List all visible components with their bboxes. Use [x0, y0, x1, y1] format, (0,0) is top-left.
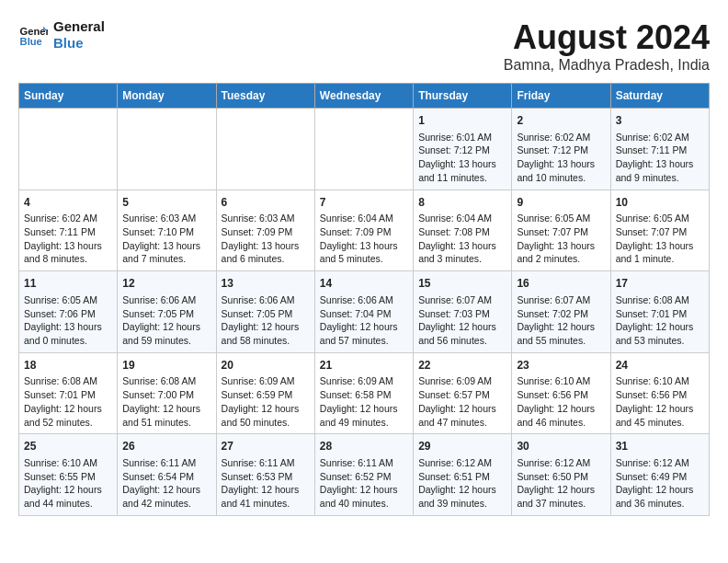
cell-content-line: and 9 minutes.	[616, 171, 704, 185]
cell-content-line: Sunrise: 6:04 AM	[320, 212, 408, 225]
calendar-cell: 13Sunrise: 6:06 AMSunset: 7:05 PMDayligh…	[216, 271, 314, 353]
cell-content-line: Sunset: 7:12 PM	[517, 144, 605, 157]
cell-content-line: and 55 minutes.	[517, 334, 605, 348]
cell-content-line: Sunrise: 6:10 AM	[616, 374, 704, 388]
cell-content-line: Daylight: 13 hours	[122, 239, 210, 253]
svg-text:Blue: Blue	[20, 36, 42, 47]
day-number: 30	[517, 439, 605, 454]
day-number: 24	[616, 358, 704, 373]
calendar-day-header: Sunday	[19, 84, 118, 109]
cell-content-line: and 45 minutes.	[616, 416, 704, 430]
cell-content-line: Sunrise: 6:02 AM	[517, 131, 605, 144]
calendar-week-row: 18Sunrise: 6:08 AMSunset: 7:01 PMDayligh…	[19, 352, 710, 434]
cell-content-line: and 47 minutes.	[418, 416, 506, 430]
calendar-cell: 26Sunrise: 6:11 AMSunset: 6:54 PMDayligh…	[118, 434, 216, 516]
day-number: 16	[517, 276, 605, 292]
cell-content-line: Daylight: 12 hours	[517, 320, 605, 334]
cell-content-line: and 7 minutes.	[122, 252, 210, 266]
cell-content-line: Sunset: 6:57 PM	[418, 388, 506, 402]
calendar-cell: 10Sunrise: 6:05 AMSunset: 7:07 PMDayligh…	[610, 190, 709, 271]
cell-content-line: Sunset: 7:11 PM	[616, 144, 704, 157]
calendar-cell: 1Sunrise: 6:01 AMSunset: 7:12 PMDaylight…	[414, 109, 512, 190]
calendar-day-header: Saturday	[610, 84, 709, 109]
day-number: 1	[418, 113, 506, 129]
calendar-cell: 12Sunrise: 6:06 AMSunset: 7:05 PMDayligh…	[118, 271, 216, 353]
cell-content-line: and 58 minutes.	[222, 334, 310, 348]
cell-content-line: Daylight: 12 hours	[616, 483, 704, 497]
cell-content-line: Sunrise: 6:09 AM	[222, 374, 310, 388]
cell-content-line: Sunrise: 6:05 AM	[616, 212, 704, 225]
cell-content-line: Sunset: 7:01 PM	[616, 307, 704, 321]
cell-content-line: Sunset: 7:09 PM	[222, 225, 310, 239]
cell-content-line: Sunset: 7:11 PM	[24, 225, 112, 239]
calendar-cell: 20Sunrise: 6:09 AMSunset: 6:59 PMDayligh…	[216, 352, 314, 434]
day-number: 28	[320, 439, 408, 454]
calendar-cell: 29Sunrise: 6:12 AMSunset: 6:51 PMDayligh…	[414, 434, 512, 516]
cell-content-line: Daylight: 12 hours	[122, 483, 210, 497]
calendar-day-header: Friday	[512, 84, 610, 109]
calendar-cell: 25Sunrise: 6:10 AMSunset: 6:55 PMDayligh…	[19, 434, 118, 516]
cell-content-line: Sunrise: 6:11 AM	[222, 456, 310, 470]
cell-content-line: Sunrise: 6:08 AM	[24, 374, 112, 388]
calendar-week-row: 25Sunrise: 6:10 AMSunset: 6:55 PMDayligh…	[19, 434, 710, 516]
cell-content-line: Daylight: 13 hours	[616, 157, 704, 171]
cell-content-line: and 0 minutes.	[24, 334, 112, 348]
cell-content-line: Daylight: 13 hours	[222, 239, 310, 253]
cell-content-line: Sunset: 7:05 PM	[222, 307, 310, 321]
cell-content-line: Sunset: 6:55 PM	[24, 470, 112, 484]
calendar-cell: 4Sunrise: 6:02 AMSunset: 7:11 PMDaylight…	[19, 190, 118, 271]
cell-content-line: Sunrise: 6:09 AM	[418, 374, 506, 388]
cell-content-line: Daylight: 12 hours	[222, 320, 310, 334]
calendar-cell: 15Sunrise: 6:07 AMSunset: 7:03 PMDayligh…	[414, 271, 512, 353]
cell-content-line: Daylight: 12 hours	[24, 402, 112, 416]
cell-content-line: and 3 minutes.	[418, 252, 506, 266]
calendar-cell: 18Sunrise: 6:08 AMSunset: 7:01 PMDayligh…	[19, 352, 118, 434]
page-header: General Blue General Blue August 2024 Ba…	[18, 18, 710, 74]
day-number: 5	[122, 195, 210, 211]
cell-content-line: and 1 minute.	[616, 252, 704, 266]
calendar-cell: 7Sunrise: 6:04 AMSunset: 7:09 PMDaylight…	[314, 190, 413, 271]
calendar-cell: 24Sunrise: 6:10 AMSunset: 6:56 PMDayligh…	[610, 352, 709, 434]
cell-content-line: Daylight: 12 hours	[122, 320, 210, 334]
cell-content-line: Daylight: 12 hours	[517, 483, 605, 497]
calendar-cell: 23Sunrise: 6:10 AMSunset: 6:56 PMDayligh…	[512, 352, 610, 434]
day-number: 11	[24, 276, 112, 292]
cell-content-line: Sunset: 7:04 PM	[320, 307, 408, 321]
logo: General Blue General Blue	[18, 18, 105, 52]
calendar-week-row: 1Sunrise: 6:01 AMSunset: 7:12 PMDaylight…	[19, 109, 710, 190]
day-number: 13	[222, 276, 310, 292]
calendar-cell: 5Sunrise: 6:03 AMSunset: 7:10 PMDaylight…	[118, 190, 216, 271]
calendar-cell: 28Sunrise: 6:11 AMSunset: 6:52 PMDayligh…	[314, 434, 413, 516]
cell-content-line: Daylight: 12 hours	[320, 320, 408, 334]
cell-content-line: Sunset: 7:02 PM	[517, 307, 605, 321]
cell-content-line: Sunset: 6:51 PM	[418, 470, 506, 484]
cell-content-line: Daylight: 12 hours	[616, 320, 704, 334]
calendar-cell: 2Sunrise: 6:02 AMSunset: 7:12 PMDaylight…	[512, 109, 610, 190]
day-number: 22	[418, 358, 506, 373]
cell-content-line: Sunset: 7:07 PM	[517, 225, 605, 239]
calendar-week-row: 11Sunrise: 6:05 AMSunset: 7:06 PMDayligh…	[19, 271, 710, 353]
cell-content-line: Sunrise: 6:12 AM	[616, 456, 704, 470]
cell-content-line: and 40 minutes.	[320, 497, 408, 511]
cell-content-line: Sunrise: 6:06 AM	[122, 293, 210, 307]
cell-content-line: Sunrise: 6:07 AM	[418, 293, 506, 307]
cell-content-line: Sunrise: 6:09 AM	[320, 374, 408, 388]
day-number: 15	[418, 276, 506, 292]
day-number: 14	[320, 276, 408, 292]
cell-content-line: Sunrise: 6:02 AM	[616, 131, 704, 144]
day-number: 29	[418, 439, 506, 454]
cell-content-line: Sunset: 6:53 PM	[222, 470, 310, 484]
day-number: 3	[616, 113, 704, 129]
cell-content-line: Sunrise: 6:12 AM	[517, 456, 605, 470]
calendar-cell: 19Sunrise: 6:08 AMSunset: 7:00 PMDayligh…	[118, 352, 216, 434]
cell-content-line: Sunrise: 6:03 AM	[122, 212, 210, 225]
cell-content-line: Sunset: 6:56 PM	[616, 388, 704, 402]
cell-content-line: and 57 minutes.	[320, 334, 408, 348]
logo-line1: General	[53, 18, 105, 35]
cell-content-line: Sunrise: 6:05 AM	[517, 212, 605, 225]
calendar-day-header: Thursday	[414, 84, 512, 109]
calendar-cell: 27Sunrise: 6:11 AMSunset: 6:53 PMDayligh…	[216, 434, 314, 516]
day-number: 7	[320, 195, 408, 211]
cell-content-line: and 44 minutes.	[24, 497, 112, 511]
cell-content-line: and 52 minutes.	[24, 416, 112, 430]
